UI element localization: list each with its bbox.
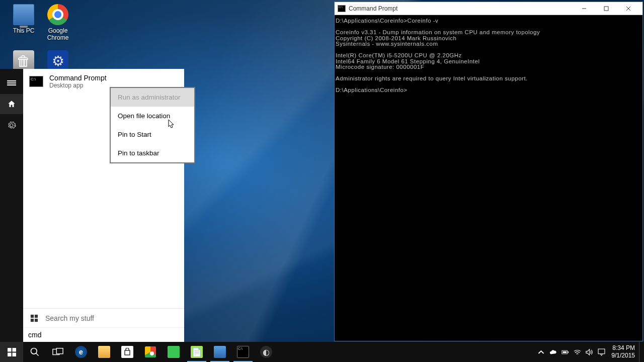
- cmd-line: Sysinternals - www.sysinternals.com: [336, 41, 438, 47]
- app-icon: [214, 346, 226, 358]
- taskbar-app-explorer[interactable]: [93, 342, 116, 362]
- svg-rect-6: [31, 318, 34, 321]
- this-pc-icon: [13, 4, 34, 25]
- search-my-stuff-button[interactable]: Search my stuff: [23, 308, 184, 327]
- clock-date: 9/1/2015: [611, 352, 635, 359]
- search-input-value: cmd: [28, 331, 41, 339]
- tray-wifi-icon[interactable]: [571, 342, 583, 362]
- edge-icon: e: [75, 346, 87, 358]
- svg-rect-1: [604, 7, 608, 11]
- svg-line-13: [36, 353, 39, 356]
- windows-logo-icon: [30, 314, 38, 322]
- tray-battery-icon[interactable]: [559, 342, 571, 362]
- cmd-icon: C:\: [29, 76, 43, 87]
- mouse-cursor-icon: [168, 119, 175, 129]
- task-view-button[interactable]: [46, 342, 69, 362]
- desktop-icon-this-pc[interactable]: This PC: [5, 4, 42, 34]
- taskbar: e 📄 C:\ ◐ 8:34 PM 9/1/2015: [0, 342, 644, 362]
- start-rail: [0, 69, 23, 342]
- desktop-icon-label: This PC: [5, 27, 42, 34]
- svg-rect-18: [568, 351, 569, 352]
- svg-rect-5: [35, 314, 38, 317]
- taskbar-clock[interactable]: 8:34 PM 9/1/2015: [607, 344, 639, 359]
- svg-rect-15: [56, 348, 63, 354]
- result-subtitle: Desktop app: [49, 82, 107, 89]
- cmd-line: Copyright (C) 2008-2014 Mark Russinovich: [336, 35, 457, 41]
- svg-rect-19: [598, 349, 605, 354]
- taskbar-app-blue[interactable]: [208, 342, 231, 362]
- start-body: C:\ Command Prompt Desktop app Run as ad…: [23, 69, 184, 342]
- cmd-line: Microcode signature: 0000001F: [336, 64, 424, 70]
- ctx-pin-to-taskbar[interactable]: Pin to taskbar: [111, 144, 194, 162]
- maximize-button[interactable]: [595, 2, 617, 15]
- svg-rect-11: [12, 352, 16, 356]
- tray-volume-icon[interactable]: [583, 342, 595, 362]
- svg-rect-17: [562, 351, 567, 352]
- search-icon: [30, 347, 40, 357]
- start-search-panel: C:\ Command Prompt Desktop app Run as ad…: [0, 69, 184, 342]
- obs-icon: ◐: [260, 346, 272, 358]
- notepad-icon: 📄: [191, 346, 203, 358]
- taskbar-app-cmd[interactable]: C:\: [231, 342, 255, 362]
- close-button[interactable]: [617, 2, 639, 15]
- clock-time: 8:34 PM: [611, 344, 635, 352]
- chrome-icon: [47, 4, 68, 25]
- store-icon: [121, 346, 133, 358]
- result-title: Command Prompt: [49, 74, 107, 82]
- tray-notifications-icon[interactable]: [595, 342, 607, 362]
- cmd-titlebar[interactable]: C:\ Command Prompt: [335, 2, 642, 15]
- cmd-line: D:\Applications\Coreinfo>: [336, 87, 408, 93]
- cmd-line: Intel64 Family 6 Model 61 Stepping 4, Ge…: [336, 58, 479, 64]
- svg-rect-9: [12, 348, 16, 352]
- hamburger-button[interactable]: [0, 73, 23, 93]
- cmd-line: D:\Applications\Coreinfo>Coreinfo -v: [336, 18, 438, 24]
- taskbar-app-green[interactable]: [162, 342, 185, 362]
- search-input[interactable]: cmd: [23, 327, 184, 342]
- home-button[interactable]: [0, 94, 23, 114]
- command-prompt-window[interactable]: C:\ Command Prompt D:\Applications\Corei…: [334, 2, 643, 341]
- tray-expand-button[interactable]: [535, 342, 547, 362]
- cmd-line: Intel(R) Core(TM) i5-5200U CPU @ 2.20GHz: [336, 52, 462, 58]
- cmd-title: Command Prompt: [349, 5, 573, 12]
- cmd-body[interactable]: D:\Applications\Coreinfo>Coreinfo -v Cor…: [335, 15, 642, 97]
- ctx-open-file-location[interactable]: Open file location: [111, 107, 194, 125]
- taskbar-app-obs[interactable]: ◐: [255, 342, 278, 362]
- recycle-bin-icon: 🗑: [13, 50, 34, 71]
- settings-button[interactable]: [0, 115, 23, 135]
- task-view-icon: [52, 347, 63, 356]
- cmd-icon: C:\: [237, 346, 249, 358]
- ctx-run-as-admin[interactable]: Run as administrator: [111, 88, 194, 107]
- svg-point-12: [31, 348, 37, 354]
- taskbar-app-chrome[interactable]: [139, 342, 162, 362]
- file-explorer-icon: [98, 346, 110, 358]
- search-button[interactable]: [23, 342, 46, 362]
- taskbar-app-edge[interactable]: e: [69, 342, 93, 362]
- svg-rect-4: [31, 314, 34, 317]
- minimize-button[interactable]: [573, 2, 595, 15]
- taskbar-app-notepadpp[interactable]: 📄: [185, 342, 208, 362]
- start-button[interactable]: [0, 342, 23, 362]
- svg-rect-10: [8, 352, 12, 356]
- app-icon: [168, 346, 180, 358]
- cmd-line: Coreinfo v3.31 - Dump information on sys…: [336, 29, 540, 35]
- show-desktop-button[interactable]: [639, 342, 642, 362]
- desktop-icon-label: Google Chrome: [39, 27, 76, 42]
- search-my-stuff-label: Search my stuff: [45, 314, 94, 322]
- chrome-icon: [145, 346, 156, 357]
- svg-rect-7: [35, 318, 38, 321]
- tray-onedrive-icon[interactable]: [547, 342, 559, 362]
- cmd-icon: C:\: [338, 5, 346, 12]
- windows-logo-icon: [8, 348, 16, 356]
- svg-rect-8: [8, 348, 12, 352]
- taskbar-app-store[interactable]: [116, 342, 139, 362]
- gears-icon: ⚙: [47, 50, 68, 71]
- desktop-icon-chrome[interactable]: Google Chrome: [39, 4, 76, 42]
- context-menu: Run as administrator Open file location …: [110, 87, 195, 163]
- cmd-line: Administrator rights are required to que…: [336, 75, 528, 81]
- ctx-pin-to-start[interactable]: Pin to Start: [111, 125, 194, 144]
